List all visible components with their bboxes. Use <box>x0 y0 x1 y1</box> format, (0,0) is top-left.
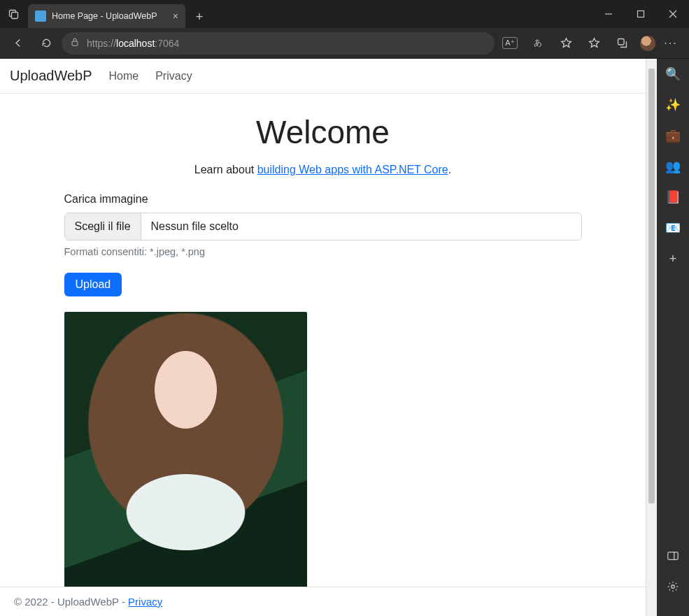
svg-rect-6 <box>72 41 78 45</box>
file-input[interactable]: Scegli il file Nessun file scelto <box>64 213 582 241</box>
more-button[interactable]: ··· <box>658 31 683 56</box>
lead-prefix: Learn about <box>194 164 257 176</box>
page-viewport: UploadWebP Home Privacy Welcome Learn ab… <box>0 59 646 616</box>
footer-copyright: © 2022 - UploadWebP - <box>14 596 128 608</box>
svg-rect-1 <box>12 13 18 19</box>
url-scheme: https:// <box>87 38 116 49</box>
lock-icon <box>70 37 80 49</box>
page-favicon-icon <box>35 10 46 22</box>
upload-button[interactable]: Upload <box>64 273 122 296</box>
url-port: :7064 <box>155 38 179 49</box>
browser-tab[interactable]: Home Page - UploadWebP × <box>28 4 185 28</box>
url-text: https://localhost:7064 <box>87 38 179 49</box>
nav-home[interactable]: Home <box>108 70 138 83</box>
read-aloud-button[interactable]: A⁺ <box>497 31 523 56</box>
lead-text: Learn about building Web apps with ASP.N… <box>64 164 582 176</box>
file-status: Nessun file scelto <box>141 220 248 233</box>
sidebar-search-icon[interactable]: 🔍 <box>665 66 681 83</box>
new-tab-button[interactable]: + <box>188 6 211 28</box>
window-controls <box>592 0 689 28</box>
window-close-button[interactable] <box>657 0 689 28</box>
sidebar-copilot-icon[interactable]: ✨ <box>665 96 681 113</box>
window-minimize-button[interactable] <box>592 0 625 28</box>
window-maximize-button[interactable] <box>625 0 657 28</box>
sidebar-outlook-icon[interactable]: 📧 <box>665 220 681 236</box>
help-text: Formati consentiti: *.jpeg, *.png <box>64 246 582 257</box>
translate-button[interactable]: あ <box>525 31 551 56</box>
tabs-row: Home Page - UploadWebP × + <box>28 0 592 28</box>
browser-toolbar: https://localhost:7064 A⁺ あ ··· <box>0 28 689 59</box>
choose-file-button[interactable]: Scegli il file <box>65 213 141 240</box>
refresh-button[interactable] <box>34 31 59 56</box>
svg-rect-8 <box>668 552 678 560</box>
lead-link[interactable]: building Web apps with ASP.NET Core <box>257 164 448 176</box>
nav-privacy[interactable]: Privacy <box>155 70 192 83</box>
profile-avatar[interactable] <box>640 36 655 51</box>
main-container: Welcome Learn about building Web apps wi… <box>50 94 596 590</box>
sidebar-people-icon[interactable]: 👥 <box>665 158 681 175</box>
brand[interactable]: UploadWebP <box>10 68 92 84</box>
page: UploadWebP Home Privacy Welcome Learn ab… <box>0 59 646 616</box>
lead-suffix: . <box>448 164 451 176</box>
tab-title: Home Page - UploadWebP <box>52 11 157 21</box>
uploaded-image <box>64 312 307 590</box>
collections-button[interactable] <box>609 31 634 56</box>
tab-close-icon[interactable]: × <box>173 10 178 22</box>
url-host: localhost <box>116 38 155 49</box>
sidebar-toggle-icon[interactable] <box>665 547 681 564</box>
favorites-button[interactable] <box>581 31 606 56</box>
sidebar-settings-icon[interactable] <box>665 578 681 595</box>
edge-sidebar: 🔍 ✨ 💼 👥 📕 📧 + <box>657 59 689 616</box>
vertical-scrollbar[interactable] <box>646 59 657 616</box>
sidebar-add-icon[interactable]: + <box>665 250 681 267</box>
content-row: UploadWebP Home Privacy Welcome Learn ab… <box>0 59 689 616</box>
upload-label: Carica immagine <box>64 193 582 206</box>
tabs-overview-button[interactable] <box>0 0 28 28</box>
svg-rect-3 <box>638 11 644 17</box>
favorites-add-button[interactable] <box>553 31 578 56</box>
footer: © 2022 - UploadWebP - Privacy <box>0 587 646 616</box>
svg-rect-7 <box>618 39 624 45</box>
page-title: Welcome <box>64 113 582 151</box>
site-navbar: UploadWebP Home Privacy <box>0 59 646 94</box>
scroll-thumb[interactable] <box>648 69 655 503</box>
footer-privacy-link[interactable]: Privacy <box>128 596 162 608</box>
back-button[interactable] <box>6 31 31 56</box>
sidebar-briefcase-icon[interactable]: 💼 <box>665 127 681 144</box>
address-bar[interactable]: https://localhost:7064 <box>62 32 495 55</box>
sidebar-office-icon[interactable]: 📕 <box>665 189 681 206</box>
svg-point-10 <box>672 585 675 589</box>
window-titlebar: Home Page - UploadWebP × + <box>0 0 689 28</box>
